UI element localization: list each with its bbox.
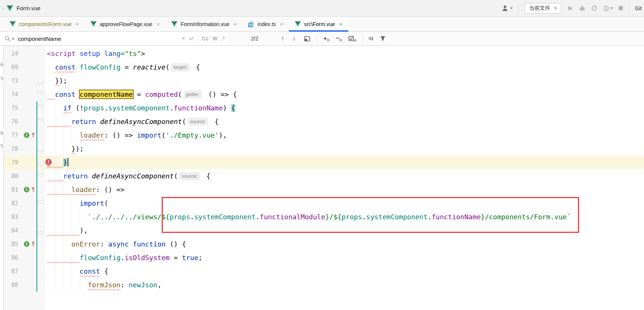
profiler-icon[interactable]: ▾	[603, 5, 613, 11]
code-text[interactable]: return defineAsyncComponent(source: {	[47, 169, 210, 183]
implementation-gutter-icon[interactable]: I	[24, 241, 29, 247]
code-line[interactable]: 78− });	[0, 142, 644, 156]
line-number[interactable]: 85	[4, 237, 18, 251]
line-number[interactable]: 83	[4, 210, 18, 224]
fold-marker-icon[interactable]: −	[38, 91, 43, 98]
code-line[interactable]: 88 formJson: newJson,	[0, 278, 644, 292]
search-icon[interactable]: ▾	[5, 36, 14, 42]
line-number[interactable]: 74	[4, 88, 18, 101]
code-line[interactable]: 86 flowConfig.isOldSystem = true;	[0, 251, 644, 265]
fold-marker-icon[interactable]: −	[38, 78, 43, 84]
next-match-button[interactable]: ↓	[293, 35, 296, 42]
code-text[interactable]: const componentName = computed(getter: (…	[47, 88, 237, 101]
code-line[interactable]: 77I↑ loader: () => import('./Empty.vue')…	[0, 129, 644, 142]
code-text[interactable]: onError: async function () {	[47, 237, 186, 251]
code-text[interactable]: loader: () =>	[47, 183, 125, 197]
tab-index-ts[interactable]: TSindex.ts×	[242, 17, 289, 31]
debug-icon[interactable]	[579, 5, 585, 11]
user-account-icon[interactable]: ▾	[502, 5, 513, 11]
code-line[interactable]: 84− ),	[0, 224, 644, 237]
line-number[interactable]: 75	[4, 101, 18, 115]
code-line[interactable]: 76− return defineAsyncComponent(source: …	[0, 115, 644, 129]
code-text[interactable]: flowConfig.isOldSystem = true;	[47, 251, 202, 265]
line-number[interactable]: 76	[4, 115, 18, 129]
whole-words-toggle[interactable]: W	[212, 36, 217, 42]
remove-occurrence-button[interactable]: −II	[336, 35, 342, 42]
code-line[interactable]: 24<script setup lang="ts">	[0, 47, 644, 60]
add-occurrence-button[interactable]: +II	[323, 35, 330, 42]
code-line[interactable]: 81I↑ loader: () =>	[0, 183, 644, 197]
line-number[interactable]: 69	[4, 60, 18, 74]
clear-search-icon[interactable]: ×	[182, 35, 185, 42]
git-menu[interactable]: Git	[635, 5, 642, 11]
regex-toggle[interactable]: .*	[221, 36, 225, 42]
search-field[interactable]: ▾ componentName × ↵ Cc W .*	[0, 32, 230, 45]
fold-marker-icon[interactable]: −	[38, 160, 43, 166]
previous-match-button[interactable]: ↑	[281, 35, 284, 42]
code-editor[interactable]: 24<script setup lang="ts">69 const flowC…	[0, 46, 644, 310]
tab-forminformation-vue[interactable]: FormInformation.vue×	[165, 17, 242, 31]
select-all-occurrences-button[interactable]: ☑II	[348, 35, 357, 43]
code-text[interactable]: import(	[47, 197, 108, 210]
search-lines-icon[interactable]: ≡I	[368, 35, 373, 42]
line-number[interactable]: 88	[4, 278, 18, 292]
code-line[interactable]: 87 const {	[0, 265, 644, 278]
code-text[interactable]: formJson: newJson,	[47, 278, 161, 292]
code-line[interactable]: 80− return defineAsyncComponent(source: …	[0, 169, 644, 183]
open-in-find-window-button[interactable]	[304, 36, 310, 42]
filter-results-icon[interactable]	[380, 36, 386, 41]
fold-marker-icon[interactable]: −	[38, 119, 43, 125]
fold-marker-icon[interactable]: −	[38, 105, 43, 111]
line-number[interactable]: 73	[4, 74, 18, 88]
line-number[interactable]: 78	[4, 142, 18, 156]
line-number[interactable]: 81	[4, 183, 18, 197]
code-text[interactable]: loader: () => import('./Empty.vue'),	[47, 129, 227, 142]
close-icon[interactable]: ×	[156, 21, 160, 27]
fold-marker-icon[interactable]: −	[38, 173, 43, 179]
code-line[interactable]: 82− import(	[0, 197, 644, 210]
close-icon[interactable]: ×	[339, 21, 343, 27]
line-number[interactable]: 80	[4, 169, 18, 183]
code-text[interactable]: ),	[47, 224, 88, 237]
line-number[interactable]: 87	[4, 265, 18, 278]
tab-src-form-vue[interactable]: src\Form.vue×	[289, 17, 348, 31]
error-intention-icon[interactable]: !	[45, 159, 52, 165]
run-with-coverage-icon[interactable]	[591, 5, 598, 11]
code-text[interactable]: const flowConfig = reactive(target: {	[47, 60, 200, 74]
fold-marker-icon[interactable]: −	[38, 146, 43, 152]
line-number[interactable]: 84	[4, 224, 18, 237]
code-line[interactable]: 83 `./../../../views/${props.systemCompo…	[0, 210, 644, 224]
fold-marker-icon[interactable]: −	[38, 228, 43, 234]
code-text[interactable]: });	[47, 74, 67, 88]
tab-approveflowpage-vue[interactable]: approveFlowPage.vue×	[85, 17, 165, 31]
line-number[interactable]: 86	[4, 251, 18, 265]
tab-components-form-vue[interactable]: components\Form.vue×	[4, 17, 85, 31]
code-line[interactable]: 69 const flowConfig = reactive(target: {	[0, 60, 644, 74]
code-text[interactable]: <script setup lang="ts">	[47, 47, 145, 60]
run-icon[interactable]	[567, 5, 573, 11]
run-configuration-dropdown[interactable]: 当前文件 ▾	[524, 3, 562, 14]
insert-newline-icon[interactable]: ↵	[189, 35, 194, 42]
close-icon[interactable]: ×	[76, 21, 79, 27]
code-line[interactable]: 85I↑ onError: async function () {	[0, 237, 644, 251]
close-icon[interactable]: ×	[233, 21, 237, 27]
code-line[interactable]: 79−! }	[0, 156, 644, 169]
line-number[interactable]: 77	[4, 129, 18, 142]
match-case-toggle[interactable]: Cc	[202, 36, 209, 42]
code-text[interactable]: if (!props.systemComponent.functionName)…	[47, 101, 235, 115]
fold-marker-icon[interactable]: −	[38, 200, 43, 206]
line-number[interactable]: 82	[4, 197, 18, 210]
line-number[interactable]: 79	[4, 156, 18, 169]
code-text[interactable]: `./../../../views/${props.systemComponen…	[47, 210, 571, 224]
implementation-gutter-icon[interactable]: I	[24, 132, 29, 138]
code-text[interactable]: return defineAsyncComponent(source: {	[47, 115, 219, 129]
code-text[interactable]: const {	[47, 265, 108, 278]
code-line[interactable]: 73− });	[0, 74, 644, 88]
search-input[interactable]: componentName	[18, 36, 178, 42]
line-number[interactable]: 24	[4, 47, 18, 60]
stop-icon[interactable]	[618, 6, 623, 11]
implementation-gutter-icon[interactable]: I	[24, 187, 29, 192]
code-text[interactable]: });	[47, 142, 84, 156]
code-line[interactable]: 74− const componentName = computed(gette…	[0, 88, 644, 101]
close-icon[interactable]: ×	[280, 21, 283, 27]
